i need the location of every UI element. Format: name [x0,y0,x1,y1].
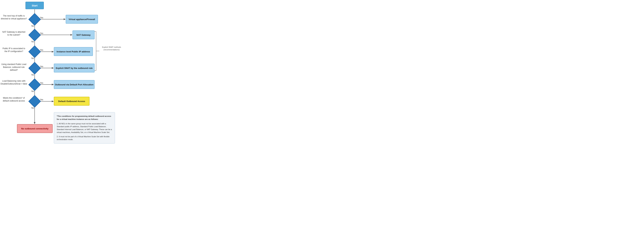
result-virtual-appliance: Virtual appliance/Firewall [66,15,98,24]
no-label-q6: No [32,107,34,109]
result-nat-gateway: NAT Gateway [72,31,94,39]
note-point1: 1. All NICs in the same group must not b… [57,122,112,134]
note-box: *The conditions for programming default … [54,112,115,143]
start-box: Start [26,2,44,9]
diamond-q3 [28,45,41,58]
label-q1: The next hop of traffic isdirected to vi… [0,15,28,20]
explicit-snat-label: Explicit SNAT methods(recommendations) [100,46,122,51]
result-explicit-snat: Explicit SNAT by the outbound rule [54,64,94,72]
yes-label-q3: Yes [40,49,43,51]
no-label-q5: No [32,90,34,93]
result-outbound-default-port: Outbound via Default Port Allocation [54,80,94,89]
svg-marker-18 [52,84,54,85]
label-q5: Load Balancing rules withDisableOutbound… [0,80,28,85]
diamond-q6 [28,95,41,108]
result-default-outbound-access: Default Outbound Access [54,97,90,106]
yes-label-q6: Yes [40,98,43,101]
yes-label-q4: Yes [40,65,43,68]
result-instance-public-ip: Instance level Public IP address [54,47,93,56]
note-point2: 2. It must not be part of a Virtual Mach… [57,135,112,141]
no-label-q3: No [32,57,34,60]
diamond-q5 [28,78,41,91]
note-intro: *The conditions for programming default … [57,115,112,121]
yes-label-q5: Yes [40,82,43,84]
diagram-container: Start The next hop of traffic isdirected… [0,0,644,235]
label-q3: Public IP is associated tothe IP configu… [0,47,28,53]
label-q2: NAT Gateway is attachedto the subnet? [0,31,28,36]
yes-label-q1: Yes [40,17,43,19]
diamond-q2 [28,29,41,41]
svg-marker-15 [70,34,72,36]
label-q6: Meets the conditions* ofdefault outbound… [0,97,28,102]
svg-marker-14 [64,18,66,20]
diamond-q1 [28,13,41,26]
diamond-q4 [28,62,41,75]
label-q4: Using standard Public LoadBalancer, outb… [0,63,28,71]
svg-marker-16 [52,51,54,53]
no-label-q1: No [32,25,34,27]
yes-label-q2: Yes [40,32,43,35]
svg-marker-20 [34,122,36,124]
result-no-outbound: No outbound connectivity [17,124,53,133]
svg-marker-17 [52,67,54,69]
svg-marker-19 [52,101,54,102]
no-label-q4: No [32,74,34,76]
no-label-q2: No [32,41,34,43]
